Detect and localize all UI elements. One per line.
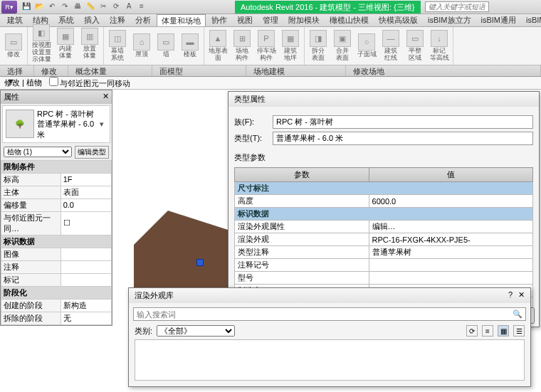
ribbon-btn-3-2[interactable]: P停车场构件 xyxy=(256,30,277,62)
chevron-down-icon[interactable]: ▾ xyxy=(97,120,107,129)
ribbon-btn-1-2[interactable]: ▥放置体量 xyxy=(79,28,100,60)
category-label: 类别: xyxy=(135,326,152,337)
tab-6[interactable]: 体量和场地 xyxy=(157,14,206,27)
tab-13[interactable]: isBIM族立方 xyxy=(424,14,476,26)
app-menu-button[interactable]: R▾ xyxy=(1,1,17,14)
param-value[interactable]: 6000.0 xyxy=(369,195,532,208)
qat-sync-icon[interactable]: ⟳ xyxy=(111,2,121,12)
param-value[interactable] xyxy=(369,259,532,272)
ribbon: ▭修改◧按视图设置显示体量▦内建体量▥放置体量◫幕墙系统⌂屋顶▭墙▬楼板▲地形表… xyxy=(0,27,541,65)
col-value: 值 xyxy=(369,168,532,182)
tab-0[interactable]: 建筑 xyxy=(3,14,27,26)
prop-value[interactable] xyxy=(61,260,111,273)
qat-b-icon[interactable]: ≡ xyxy=(137,2,147,12)
tab-8[interactable]: 视图 xyxy=(233,14,257,26)
keyword-search-input[interactable] xyxy=(425,1,489,12)
tab-10[interactable]: 附加模块 xyxy=(284,14,324,26)
ribbon-btn-0-0[interactable]: ▭修改 xyxy=(3,33,24,58)
move-with-neighbors-checkbox[interactable]: 与邻近图元一同移动 xyxy=(49,77,130,89)
list-view-icon[interactable]: ≡ xyxy=(482,325,493,337)
group-label: 面模型 xyxy=(152,65,246,76)
category-filter[interactable]: 植物 (1) xyxy=(4,147,72,157)
help-icon[interactable]: ? xyxy=(508,290,513,299)
search-input[interactable] xyxy=(137,309,513,319)
type-selector[interactable]: 🌳 RPC 树 - 落叶树 普通苹果树 - 6.0 米 ▾ xyxy=(2,105,110,143)
properties-title: 属性 xyxy=(4,92,19,102)
group-label: 修改 xyxy=(34,65,68,76)
tree-icon: 🌳 xyxy=(6,110,34,138)
qat-a-icon[interactable]: A xyxy=(124,2,134,12)
qat-open-icon[interactable]: 📂 xyxy=(34,2,44,12)
tab-4[interactable]: 注释 xyxy=(105,14,130,26)
prop-value[interactable]: ☐ xyxy=(61,211,111,235)
properties-panel: 属性✕ 🌳 RPC 树 - 落叶树 普通苹果树 - 6.0 米 ▾ 植物 (1)… xyxy=(0,90,112,326)
group-label: 概念体量 xyxy=(68,65,152,76)
qat-print-icon[interactable]: 🖶 xyxy=(73,2,83,12)
dialog-title: 类型属性 xyxy=(234,94,266,105)
ribbon-btn-3-3[interactable]: ▦建筑地坪 xyxy=(280,30,301,62)
ribbon-btn-2-1[interactable]: ⌂屋顶 xyxy=(131,33,152,58)
tab-9[interactable]: 管理 xyxy=(258,14,283,26)
qat-save-icon[interactable]: 💾 xyxy=(21,2,31,12)
type-combo[interactable]: 普通苹果树 - 6.0 米 xyxy=(273,132,533,145)
ribbon-btn-4-2[interactable]: ○子面域 xyxy=(356,33,377,58)
select-dropdown[interactable]: 选择 ▼ xyxy=(0,65,34,76)
search-box[interactable]: 🔍 xyxy=(133,307,526,321)
prop-name: 标高 xyxy=(1,173,61,186)
prop-name: 图像 xyxy=(1,248,61,260)
tab-12[interactable]: 快模高级版 xyxy=(374,14,422,26)
ribbon-btn-4-1[interactable]: ▣合并表面 xyxy=(332,30,353,62)
properties-grid: 限制条件标高1F主体表面偏移量0.0与邻近图元一同…☐标识数据图像注释标记阶段化… xyxy=(1,160,112,325)
search-icon[interactable]: 🔍 xyxy=(513,309,522,319)
prop-value[interactable]: 无 xyxy=(61,312,111,324)
edit-type-button[interactable]: 编辑类型 xyxy=(75,146,109,159)
close-icon[interactable]: ✕ xyxy=(103,92,109,102)
ribbon-btn-1-0[interactable]: ◧按视图设置显示体量 xyxy=(31,24,52,63)
ribbon-btn-4-3[interactable]: —建筑红线 xyxy=(380,30,401,62)
family-combo[interactable]: RPC 树 - 落叶树 xyxy=(273,115,533,129)
prop-value[interactable]: 0.0 xyxy=(61,198,111,211)
type-label: 类型(T): xyxy=(234,133,268,144)
param-value[interactable] xyxy=(369,272,532,285)
param-value[interactable]: RPC-16-FXGK-4KXX-PJE5- xyxy=(369,233,532,246)
ribbon-btn-2-2[interactable]: ▭墙 xyxy=(155,33,177,58)
context-label: 修改 | 植物 xyxy=(4,78,42,88)
grid-view-icon[interactable]: ▦ xyxy=(498,325,509,337)
qat-section-icon[interactable]: ✂ xyxy=(98,2,108,12)
prop-value[interactable]: 新构造 xyxy=(61,299,111,312)
param-name: 渲染外观属性 xyxy=(235,221,369,233)
qat-undo-icon[interactable]: ↶ xyxy=(47,2,57,12)
ribbon-btn-2-3[interactable]: ▬楼板 xyxy=(179,33,201,58)
library-list[interactable] xyxy=(135,339,525,381)
prop-value[interactable] xyxy=(61,273,111,286)
prop-name: 注释 xyxy=(1,260,61,273)
selected-element-grip[interactable] xyxy=(196,259,204,266)
ribbon-btn-3-1[interactable]: ⊞场地构件 xyxy=(231,30,253,62)
prop-value[interactable]: 表面 xyxy=(61,186,111,198)
close-icon[interactable]: ✕ xyxy=(518,290,525,299)
ribbon-btn-4-4[interactable]: ▭平整区域 xyxy=(404,30,426,62)
param-name: 渲染外观 xyxy=(235,233,369,246)
type-name: 普通苹果树 - 6.0 米 xyxy=(37,119,97,139)
detail-view-icon[interactable]: ☰ xyxy=(513,325,525,337)
qat-measure-icon[interactable]: 📏 xyxy=(85,2,95,12)
param-value[interactable]: 编辑… xyxy=(369,221,532,233)
tab-7[interactable]: 协作 xyxy=(207,14,231,26)
refresh-icon[interactable]: ⟳ xyxy=(466,325,478,337)
tab-15[interactable]: isBIM土建 xyxy=(522,14,541,26)
qat-redo-icon[interactable]: ↷ xyxy=(60,2,70,12)
tab-5[interactable]: 分析 xyxy=(131,14,155,26)
tab-11[interactable]: 橄榄山快模 xyxy=(325,14,373,26)
prop-value[interactable]: 1F xyxy=(61,173,111,186)
ribbon-btn-1-1[interactable]: ▦内建体量 xyxy=(55,28,76,60)
ribbon-btn-3-0[interactable]: ▲地形表面 xyxy=(207,30,229,62)
prop-name: 主体 xyxy=(1,186,61,198)
tab-14[interactable]: isBIM通用 xyxy=(477,14,521,26)
ribbon-btn-4-0[interactable]: ◨拆分表面 xyxy=(308,30,329,62)
param-value[interactable]: 普通苹果树 xyxy=(369,246,532,259)
ribbon-btn-4-5[interactable]: ↓标记等高线 xyxy=(429,30,450,62)
category-combo[interactable]: 《全部》 xyxy=(157,325,235,337)
family-label: 族(F): xyxy=(234,117,268,127)
prop-value[interactable] xyxy=(61,248,111,260)
ribbon-btn-2-0[interactable]: ◫幕墙系统 xyxy=(107,30,128,62)
